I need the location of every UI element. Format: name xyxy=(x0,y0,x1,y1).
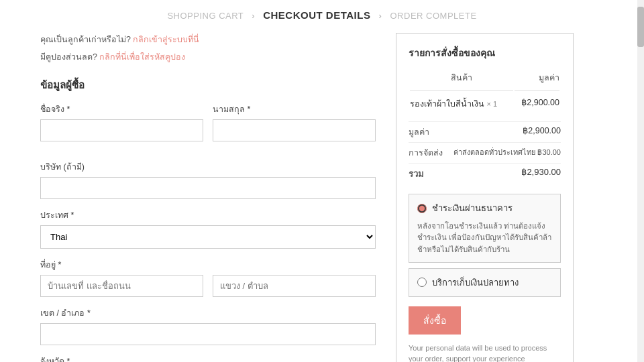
installment-label: บริการเก็บเงินปลายทาง xyxy=(432,276,519,290)
col-product: สินค้า xyxy=(410,71,513,90)
country-group: ประเทศ * Thai xyxy=(40,208,376,249)
district-group: เขต / อำเภอ * xyxy=(40,306,376,345)
col-value: มูลค่า xyxy=(515,71,559,90)
last-name-label: นามสกุล * xyxy=(213,103,376,116)
order-item-row: รองเท้าผ้าใบสีน้ำเงิน × 1 ฿2,900.00 xyxy=(410,92,559,113)
total-value: ฿2,930.00 xyxy=(521,167,561,181)
total-row: รวม ฿2,930.00 xyxy=(409,163,561,184)
item-name: รองเท้าผ้าใบสีน้ำเงิน × 1 xyxy=(410,92,513,113)
last-name-input[interactable] xyxy=(213,119,376,141)
installment-radio[interactable] xyxy=(417,278,427,287)
company-input[interactable] xyxy=(40,177,376,199)
last-name-group: นามสกุล * xyxy=(213,103,376,141)
company-group: บริษัท (ถ้ามี) xyxy=(40,160,376,199)
buyer-section-title: ข้อมูลผู้ซื้อ xyxy=(40,77,376,93)
order-summary-title: รายการสั่งซื้อของคุณ xyxy=(409,46,561,60)
scrollbar[interactable] xyxy=(637,0,644,362)
breadcrumb-step1[interactable]: SHOPPING CART xyxy=(167,11,244,21)
shipping-row: การจัดส่ง ค่าส่งตลอดทั่วประเทศไทย ฿30.00 xyxy=(409,142,561,163)
bank-transfer-label: ชำระเงินผ่านธนาคาร xyxy=(432,201,513,215)
subtotal-label: มูลค่า xyxy=(409,125,429,139)
order-table: สินค้า มูลค่า รองเท้าผ้าใบสีน้ำเงิน × 1 … xyxy=(409,70,561,115)
address-line2-input[interactable] xyxy=(213,275,376,297)
company-label: บริษัท (ถ้ามี) xyxy=(40,160,376,174)
province-group: จังหวัด * กรุงเทพมหานคร xyxy=(40,355,376,362)
country-select[interactable]: Thai xyxy=(40,225,376,249)
bank-transfer-radio[interactable] xyxy=(417,204,427,213)
bank-transfer-desc: หลังจากโอนชำระเงินแล้ว ท่านต้องแจ้งชำระเ… xyxy=(417,221,552,255)
privacy-note: Your personal data will be used to proce… xyxy=(409,343,561,362)
district-label: เขต / อำเภอ * xyxy=(40,306,376,320)
item-price: ฿2,900.00 xyxy=(515,92,559,113)
country-label: ประเทศ * xyxy=(40,208,376,222)
address-line1-input[interactable] xyxy=(40,275,203,297)
province-label: จังหวัด * xyxy=(40,355,376,362)
breadcrumb-step2: CHECKOUT DETAILS xyxy=(263,9,370,21)
name-row: ชื่อจริง * นามสกุล * xyxy=(40,103,376,151)
address-group: ที่อยู่ * xyxy=(40,258,376,297)
breadcrumb-sep2: › xyxy=(379,11,382,21)
subtotal-row: มูลค่า ฿2,900.00 xyxy=(409,121,561,142)
coupon-prompt: มีคูปองส่วนลด? กลิกที่นี่เพื่อใส่รหัสคูป… xyxy=(40,50,376,64)
left-column: คุณเป็นลูกค้าเก่าหรือไม่? กลิกเข้าสู่ระบ… xyxy=(40,33,376,362)
breadcrumb-sep1: › xyxy=(252,11,255,21)
scrollbar-thumb[interactable] xyxy=(637,7,644,47)
bank-transfer-option: ชำระเงินผ่านธนาคาร หลังจากโอนชำระเงินแล้… xyxy=(409,194,561,263)
payment-section: ชำระเงินผ่านธนาคาร หลังจากโอนชำระเงินแล้… xyxy=(409,194,561,297)
first-name-label: ชื่อจริง * xyxy=(40,103,203,116)
login-prompt: คุณเป็นลูกค้าเก่าหรือไม่? กลิกเข้าสู่ระบ… xyxy=(40,33,376,46)
address-label: ที่อยู่ * xyxy=(40,258,376,272)
breadcrumb-step3: ORDER COMPLETE xyxy=(390,11,477,21)
right-column: รายการสั่งซื้อของคุณ สินค้า มูลค่า รองเท… xyxy=(396,33,574,362)
first-name-group: ชื่อจริง * xyxy=(40,103,203,141)
bank-transfer-header: ชำระเงินผ่านธนาคาร xyxy=(417,201,552,215)
first-name-input[interactable] xyxy=(40,119,203,141)
district-input[interactable] xyxy=(40,323,376,345)
coupon-link[interactable]: กลิกที่นี่เพื่อใส่รหัสคูปอง xyxy=(99,52,185,62)
shipping-value: ค่าส่งตลอดทั่วประเทศไทย ฿30.00 xyxy=(453,146,561,160)
order-summary: รายการสั่งซื้อของคุณ สินค้า มูลค่า รองเท… xyxy=(396,33,574,362)
total-label: รวม xyxy=(409,167,424,181)
order-button[interactable]: สั่งซื้อ xyxy=(409,306,461,335)
subtotal-value: ฿2,900.00 xyxy=(523,125,561,139)
login-link[interactable]: กลิกเข้าสู่ระบบที่นี่ xyxy=(133,35,199,44)
installment-header: บริการเก็บเงินปลายทาง xyxy=(417,276,552,290)
breadcrumb: SHOPPING CART › CHECKOUT DETAILS › ORDER… xyxy=(0,0,644,33)
installment-option: บริการเก็บเงินปลายทาง xyxy=(409,268,561,297)
shipping-label: การจัดส่ง xyxy=(409,146,443,160)
